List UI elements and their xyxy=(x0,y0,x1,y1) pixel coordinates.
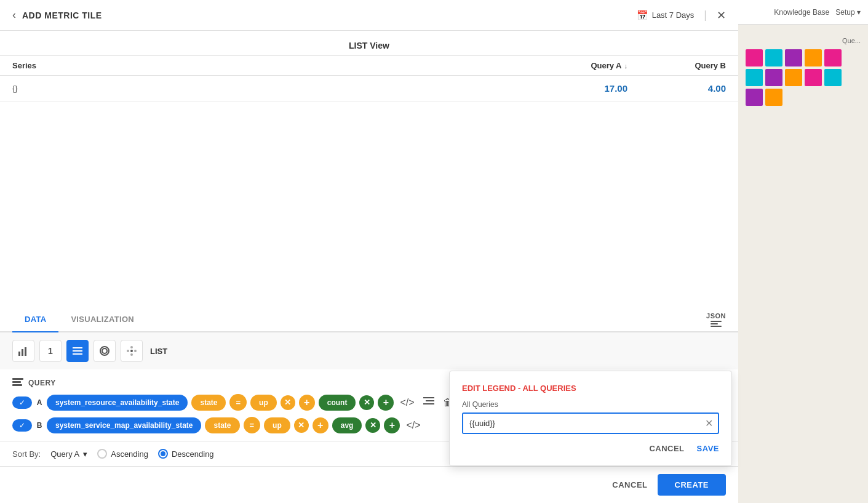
modal-header: ‹ ADD METRIC TILE 📅 Last 7 Days | ✕ xyxy=(0,0,738,31)
query-a-letter: A xyxy=(36,398,43,407)
query-a-agg-add[interactable]: + xyxy=(378,395,394,411)
popup-field-label: All Queries xyxy=(462,400,719,409)
query-b-metric[interactable]: system_service_map_availability_state xyxy=(47,417,201,433)
query-b-filter-val[interactable]: up xyxy=(264,417,290,433)
svg-rect-14 xyxy=(12,381,21,383)
popup-actions: CANCEL SAVE xyxy=(462,444,719,453)
query-a-checkbox[interactable]: ✓ xyxy=(12,396,32,409)
query-b-code-button[interactable]: </> xyxy=(404,419,423,432)
data-table: Series Query A ↓ Query B {} 17.00 4.00 xyxy=(0,56,738,102)
viz-number-button[interactable]: 1 xyxy=(39,340,62,362)
query-a-aggregation[interactable]: count xyxy=(319,395,356,411)
sort-direction-group: Ascending Descending xyxy=(97,449,213,459)
query-a-filter-op[interactable]: = xyxy=(229,394,247,411)
viz-bar-chart-button[interactable] xyxy=(12,340,34,362)
query-b-filter-remove[interactable]: ✕ xyxy=(294,418,309,433)
svg-rect-4 xyxy=(73,350,82,352)
list-view-title: LIST View xyxy=(0,31,738,56)
svg-rect-0 xyxy=(18,352,20,356)
last-days-button[interactable]: 📅 Last 7 Days xyxy=(637,10,695,21)
tab-data[interactable]: DATA xyxy=(12,307,58,332)
json-button[interactable]: JSON xyxy=(706,312,726,327)
query-b-filter-key[interactable]: state xyxy=(205,417,239,433)
legend-input[interactable] xyxy=(463,414,700,433)
viz-flower-button[interactable] xyxy=(121,340,143,362)
svg-rect-1 xyxy=(22,349,23,356)
query-a-filter-add[interactable]: + xyxy=(299,395,315,411)
row-query-a-value: 17.00 xyxy=(504,83,627,94)
checkmark-icon: ✓ xyxy=(19,421,25,430)
grid-item xyxy=(746,49,763,66)
query-b-agg-add[interactable]: + xyxy=(384,417,400,433)
query-a-filter-val[interactable]: up xyxy=(250,395,277,411)
close-button[interactable]: ✕ xyxy=(717,9,726,22)
viz-list-button[interactable] xyxy=(66,340,89,362)
table-row: {} 17.00 4.00 xyxy=(0,76,738,102)
ascending-radio-circle xyxy=(97,449,107,459)
sort-by-label: Sort By: xyxy=(12,449,41,459)
query-b-letter: B xyxy=(36,421,43,430)
svg-rect-3 xyxy=(73,347,82,348)
viz-wave-button[interactable] xyxy=(94,340,116,362)
query-label: QUERY xyxy=(12,378,56,388)
descending-radio-circle xyxy=(158,449,168,459)
cancel-button[interactable]: CANCEL xyxy=(612,480,647,489)
column-query-a: Query A ↓ xyxy=(504,61,627,70)
divider: | xyxy=(704,9,707,22)
grid-item xyxy=(805,49,822,66)
query-b-filter-op[interactable]: = xyxy=(244,417,261,433)
query-a-filter-remove[interactable]: ✕ xyxy=(281,395,295,410)
tab-visualization[interactable]: VISUALIZATION xyxy=(58,307,146,332)
bottom-bar: CANCEL CREATE xyxy=(0,466,738,503)
ascending-radio[interactable]: Ascending xyxy=(97,449,148,459)
json-lines-icon xyxy=(711,321,722,327)
query-a-options-button[interactable] xyxy=(421,396,437,409)
knowledge-base-link[interactable]: Knowledge Base xyxy=(774,8,829,17)
query-a-filter-key[interactable]: state xyxy=(191,395,226,411)
popup-save-button[interactable]: SAVE xyxy=(697,444,719,453)
svg-point-11 xyxy=(127,350,129,352)
back-button[interactable]: ‹ xyxy=(12,9,16,22)
svg-point-12 xyxy=(134,350,137,352)
grid-item xyxy=(824,69,842,86)
grid-item xyxy=(765,89,782,106)
popup-title-text: EDIT LEGEND - xyxy=(462,384,522,393)
column-query-b: Query B xyxy=(627,61,726,70)
sort-by-value: Query A xyxy=(50,449,79,459)
svg-rect-15 xyxy=(12,384,22,386)
chevron-down-icon: ▾ xyxy=(83,449,87,459)
svg-rect-17 xyxy=(426,400,434,401)
grid-item xyxy=(746,69,763,86)
json-line xyxy=(711,326,722,327)
popup-title: EDIT LEGEND - ALL QUERIES xyxy=(462,384,719,393)
svg-point-10 xyxy=(130,353,133,356)
radio-dot xyxy=(161,451,165,456)
legend-input-clear[interactable]: ✕ xyxy=(700,417,718,429)
grid-item xyxy=(765,49,782,66)
column-series: Series xyxy=(12,61,504,70)
query-a-agg-remove[interactable]: ✕ xyxy=(359,395,374,410)
popup-cancel-button[interactable]: CANCEL xyxy=(649,444,684,453)
sort-by-select[interactable]: Query A ▾ xyxy=(50,449,87,459)
grid-item xyxy=(746,89,763,106)
setup-link[interactable]: Setup ▾ xyxy=(835,8,861,17)
tabs-row: DATA VISUALIZATION JSON xyxy=(0,307,738,332)
header-left: ‹ ADD METRIC TILE xyxy=(12,9,102,22)
query-b-agg-remove[interactable]: ✕ xyxy=(365,418,380,433)
row-series: {} xyxy=(12,84,504,93)
query-a-metric[interactable]: system_resource_availability_state xyxy=(47,395,188,411)
right-background: Knowledge Base Setup ▾ Que... xyxy=(738,0,868,503)
create-button[interactable]: CREATE xyxy=(658,474,726,496)
query-a-code-button[interactable]: </> xyxy=(397,396,416,409)
descending-radio[interactable]: Descending xyxy=(158,449,214,459)
color-grid xyxy=(746,49,861,106)
grid-item xyxy=(785,49,802,66)
query-b-filter-add[interactable]: + xyxy=(313,417,328,433)
grid-item xyxy=(785,69,802,86)
ascending-label: Ascending xyxy=(111,449,148,459)
query-b-aggregation[interactable]: avg xyxy=(332,417,362,433)
table-header: Series Query A ↓ Query B xyxy=(0,56,738,76)
query-b-checkbox[interactable]: ✓ xyxy=(12,419,32,432)
page-title: ADD METRIC TILE xyxy=(22,10,102,20)
query-icon xyxy=(12,378,23,388)
